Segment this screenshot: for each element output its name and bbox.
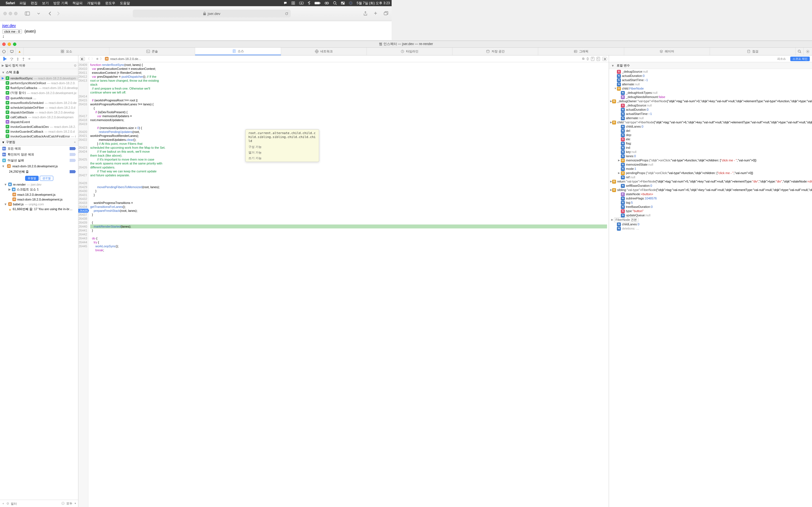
menu-develop[interactable]: 개발자용 <box>87 1 101 6</box>
svg-rect-18 <box>25 12 30 15</box>
source-tree: ▼◆re-render— jser.dev ▶◆스크립트 요소 1 JSreac… <box>0 182 78 244</box>
reload-icon[interactable] <box>285 12 289 15</box>
svg-rect-27 <box>147 50 150 53</box>
stack-frame[interactable]: FdispatchSetState — react-dom-18.2.0.dev… <box>0 110 78 115</box>
type-tab-active[interactable]: 유형별 <box>25 176 39 181</box>
nav-fwd-icon[interactable]: 〉 <box>91 57 94 61</box>
collapse-left-icon[interactable]: ◧ <box>80 57 85 61</box>
svg-point-37 <box>11 60 12 60</box>
step-into-icon[interactable] <box>16 57 19 61</box>
line-gutter[interactable]: 2640926410264112641226413 26414264152641… <box>79 62 89 244</box>
forward-button[interactable] <box>57 11 60 15</box>
stack-frame[interactable]: FcallCallback — react-dom-18.2.0.develop… <box>0 115 78 119</box>
svg-rect-3 <box>294 3 295 4</box>
menu-history[interactable]: 방문 기록 <box>53 1 68 6</box>
menu-view[interactable]: 보기 <box>42 1 49 6</box>
battery-icon[interactable] <box>314 1 320 5</box>
window-traffic-lights <box>3 12 17 15</box>
tab-network[interactable]: 네트워크 <box>281 48 367 55</box>
stack-frame[interactable]: FscheduleUpdateOnFiber — react-dom-18.2.… <box>0 105 78 110</box>
breakpoints-header[interactable]: ▼구분점＋ <box>0 138 78 146</box>
bp-all-exceptions[interactable]: Ex모든 예외 <box>0 146 78 152</box>
app-name[interactable]: Safari <box>6 1 15 5</box>
tab-elements[interactable]: 요소 <box>24 48 109 55</box>
tree-file-1[interactable]: JSreact-18.2.0.development.js <box>0 192 78 197</box>
stack-frame[interactable]: NdispatchEvent <box>0 119 78 124</box>
stack-frame[interactable]: FflushSyncCallbacks — react-dom-18.2.0.d… <box>0 86 78 90</box>
bp-unconfirmed[interactable]: Ex확인되지 않은 예외 <box>0 152 78 158</box>
step-out-icon[interactable] <box>22 57 25 61</box>
close-window[interactable] <box>3 12 7 15</box>
target-icon[interactable] <box>0 48 8 55</box>
tabs-icon[interactable] <box>384 11 388 16</box>
step-icon[interactable] <box>28 57 31 60</box>
minimize-window[interactable] <box>9 12 12 15</box>
sidebar-icon[interactable] <box>23 10 32 17</box>
device-icon[interactable] <box>8 48 16 55</box>
bp-file[interactable]: ▼JSreact-dom-18.2.0.development.js <box>0 163 78 169</box>
tab-console[interactable]: 콘솔 <box>109 48 195 55</box>
maximize-window[interactable] <box>14 12 17 15</box>
pause-reason-header[interactable]: ▶일시 정지 이유⊙ <box>0 62 78 69</box>
back-button[interactable] <box>49 11 51 15</box>
stack-frame[interactable]: FinvokeGuardedCallback — react-dom-18.2.… <box>0 129 78 134</box>
inspector-minimize[interactable] <box>8 43 11 46</box>
stack-frame[interactable]: F(익명 함수) — react-dom-18.2.0.development.… <box>0 90 78 96</box>
click-me-button[interactable]: click me - 0 <box>2 29 22 34</box>
nav-back-icon[interactable]: 〈 <box>87 57 90 61</box>
tree-file-2[interactable]: JSreact-dom-18.2.0.development.js <box>0 197 78 202</box>
tree-babel[interactable]: ▼JSbabel.js— unpkg.com <box>0 202 78 207</box>
chat-icon[interactable] <box>283 1 287 5</box>
search-icon[interactable] <box>333 1 337 5</box>
tree-root[interactable]: ▼◆re-render— jser.dev <box>0 182 78 187</box>
tab-timeline[interactable]: 타임라인 <box>367 48 392 55</box>
tooltip-path: root.current.alternate.child.child.child… <box>248 131 316 143</box>
svg-rect-20 <box>384 12 387 15</box>
menu-help[interactable]: 도움말 <box>120 1 130 6</box>
menu-edit[interactable]: 편집 <box>31 1 38 6</box>
svg-rect-2 <box>292 3 293 4</box>
links-icon[interactable] <box>324 1 329 5</box>
svg-rect-19 <box>203 13 206 15</box>
control-center-icon[interactable] <box>341 1 345 5</box>
stack-frame[interactable]: FinvokeGuardedCallbackAndCatchFirstError… <box>0 134 78 138</box>
address-bar[interactable]: jser.dev <box>133 10 291 17</box>
system-menubar: Safari 파일 편집 보기 방문 기록 책갈피 개발자용 윈도우 도움말 A… <box>0 0 392 6</box>
callstack-header[interactable]: ▼스택 호출 <box>0 69 78 76</box>
chevron-down-icon[interactable] <box>35 10 43 17</box>
share-icon[interactable] <box>363 11 367 16</box>
bluetooth-icon[interactable] <box>308 1 310 5</box>
stack-frame[interactable]: FinvokeGuardedCallbackDev — react-dom-18… <box>0 124 78 129</box>
crumb-file[interactable]: react-dom-18.2.0.de… <box>110 57 141 61</box>
type-tab-path[interactable]: 경로별 <box>40 176 53 181</box>
tooltip-cap-2: 열거 가능 <box>248 151 316 154</box>
stack-frame[interactable]: FperformSyncWorkOnRoot — react-dom-18.2.… <box>0 80 78 86</box>
even-label: (even) <box>24 29 36 34</box>
jser-link[interactable]: jser.dev <box>2 23 16 28</box>
bp-line[interactable]: 24,292번째 줄 <box>0 169 78 175</box>
svg-point-14 <box>342 2 343 3</box>
stack-frame[interactable]: ▶FrenderRootSync — react-dom-18.2.0.deve… <box>0 76 78 80</box>
menu-window[interactable]: 윈도우 <box>105 1 115 6</box>
tree-warn[interactable]: ▲61,666번째 줄: 17 You are using the in-br… <box>0 207 78 212</box>
stack-frame[interactable]: FensureRootIsScheduled — react-dom-18.2.… <box>0 100 78 105</box>
inspector-maximize[interactable] <box>13 43 16 46</box>
stack-frame[interactable]: NqueueMicrotask … <box>0 96 78 100</box>
menu-bookmarks[interactable]: 책갈피 <box>72 1 83 6</box>
siri-icon[interactable] <box>349 1 353 5</box>
menu-file[interactable]: 파일 <box>19 1 26 6</box>
step-over-icon[interactable] <box>10 57 13 61</box>
tab-sources[interactable]: 소스 <box>195 48 281 55</box>
bp-assertion[interactable]: A어설션 실패 <box>0 158 78 163</box>
inspector-close[interactable] <box>2 43 6 46</box>
new-tab-icon[interactable] <box>373 11 377 16</box>
inspector-titlebar: 웹 인스펙터 — jser.dev — re-render <box>0 41 392 48</box>
warning-icon[interactable]: ▲ <box>16 48 24 55</box>
code-area[interactable]: function renderRootSync(root, lanes) { v… <box>89 62 392 244</box>
grid-icon[interactable] <box>291 1 295 5</box>
tree-scripts[interactable]: ▶◆스크립트 요소 1 <box>0 187 78 192</box>
resume-icon[interactable]: ▐▶ <box>2 57 7 61</box>
menubar-clock[interactable]: 5월 7일 (화) 오후 3:23 <box>357 1 390 6</box>
input-icon[interactable]: A <box>299 1 304 5</box>
svg-rect-24 <box>63 50 64 51</box>
